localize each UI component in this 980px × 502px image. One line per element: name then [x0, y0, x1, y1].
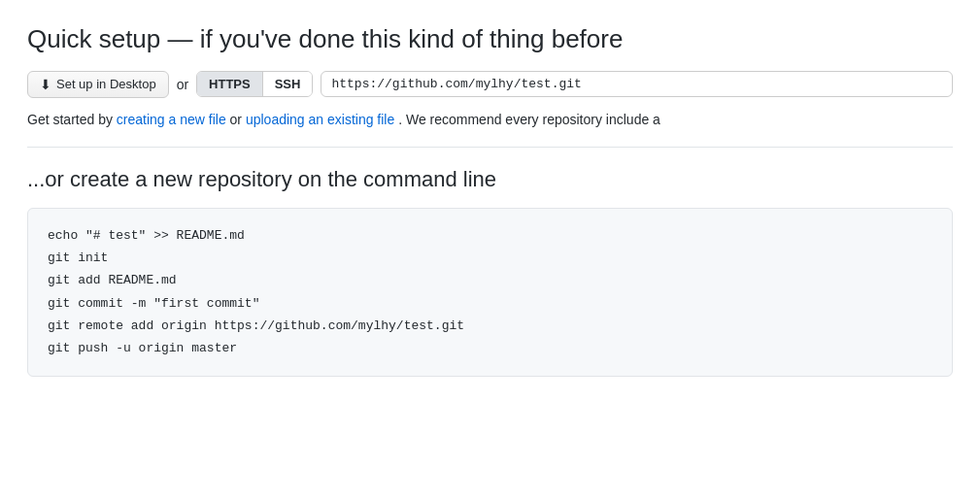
get-started-middle: or	[230, 112, 246, 127]
page-title: Quick setup — if you've done this kind o…	[27, 23, 953, 55]
get-started-suffix: . We recommend every repository include …	[398, 112, 660, 127]
https-button[interactable]: HTTPS	[197, 72, 262, 96]
desktop-btn-label: Set up in Desktop	[56, 77, 156, 91]
command-section-title: ...or create a new repository on the com…	[27, 167, 953, 192]
code-line: git init	[48, 247, 932, 269]
setup-desktop-button[interactable]: ⬇ Set up in Desktop	[27, 71, 169, 98]
code-line: git remote add origin https://github.com…	[48, 315, 932, 337]
desktop-download-icon: ⬇	[40, 77, 51, 92]
code-line: echo "# test" >> README.md	[48, 224, 932, 247]
create-new-file-link[interactable]: creating a new file	[117, 112, 226, 127]
or-text: or	[177, 77, 188, 92]
upload-existing-file-link[interactable]: uploading an existing file	[246, 112, 394, 127]
protocol-group: HTTPS SSH	[196, 71, 313, 97]
repo-url-input[interactable]	[321, 71, 953, 97]
get-started-prefix: Get started by	[27, 112, 117, 127]
code-line: git push -u origin master	[48, 337, 932, 359]
ssh-button[interactable]: SSH	[263, 72, 313, 96]
code-line: git add README.md	[48, 269, 932, 291]
code-block: echo "# test" >> README.mdgit initgit ad…	[27, 208, 953, 377]
url-bar-row: ⬇ Set up in Desktop or HTTPS SSH	[27, 71, 953, 98]
section-divider	[27, 147, 953, 148]
get-started-text: Get started by creating a new file or up…	[27, 112, 953, 127]
page-container: Quick setup — if you've done this kind o…	[0, 0, 980, 502]
code-line: git commit -m "first commit"	[48, 292, 932, 315]
